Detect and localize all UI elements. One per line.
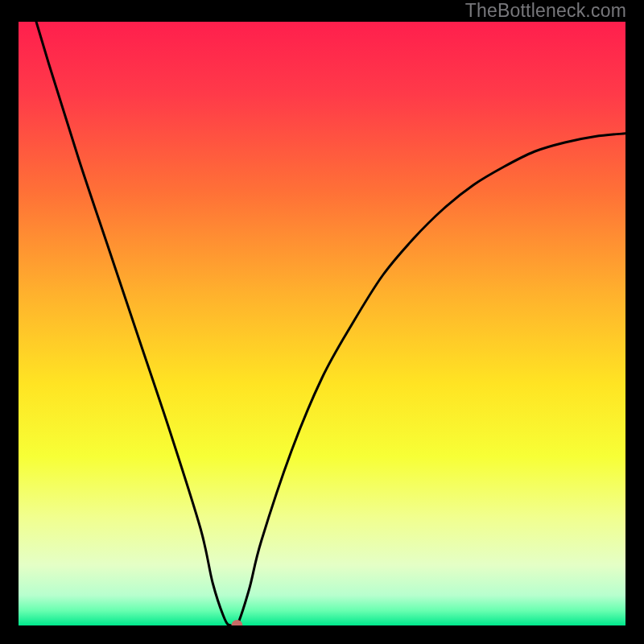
curve-layer [19,22,625,625]
optimal-point-marker [231,620,242,625]
plot-area [19,22,625,625]
chart-frame [0,0,644,644]
bottleneck-curve [19,22,625,625]
watermark-text: TheBottleneck.com [465,0,626,22]
